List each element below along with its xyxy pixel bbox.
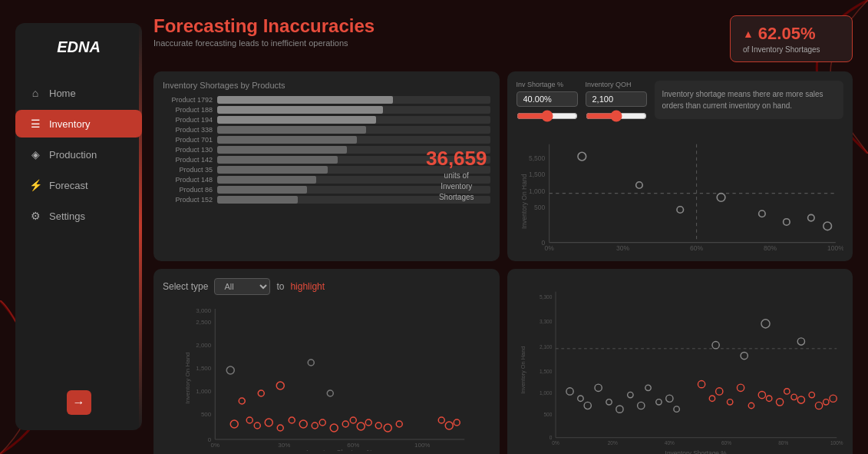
svg-point-90	[637, 403, 644, 409]
sidebar-item-inventory[interactable]: ☰ Inventory	[15, 110, 142, 138]
svg-point-108	[815, 403, 822, 409]
bar-label: Product 701	[163, 136, 213, 144]
svg-point-102	[766, 396, 771, 401]
svg-point-62	[438, 417, 444, 423]
inv-shortage-slider[interactable]	[517, 110, 578, 122]
bar-fill	[217, 176, 316, 184]
bar-label: Product 148	[163, 176, 213, 184]
header-text: Forecasting Inaccuracies Inaccurate fore…	[153, 15, 375, 48]
svg-point-87	[606, 399, 611, 405]
title-highlight: Inaccuracies	[263, 15, 375, 36]
svg-text:500: 500	[534, 204, 545, 211]
svg-point-94	[673, 406, 678, 412]
svg-point-93	[665, 395, 672, 402]
bar-row: Product 338	[163, 126, 490, 134]
sidebar-item-home[interactable]: ⌂ Home	[15, 79, 142, 107]
svg-point-88	[616, 406, 622, 413]
header: Forecasting Inaccuracies Inaccurate fore…	[153, 15, 853, 62]
svg-text:3,300: 3,300	[540, 320, 553, 325]
bar-label: Product 152	[163, 196, 213, 204]
bar-label: Product 130	[163, 146, 213, 154]
svg-point-57	[239, 398, 245, 404]
svg-point-59	[226, 366, 234, 374]
svg-point-40	[246, 417, 252, 423]
bar-label: Product 142	[163, 156, 213, 164]
svg-text:2,100: 2,100	[540, 344, 553, 350]
svg-point-107	[809, 393, 814, 398]
svg-text:1,000: 1,000	[529, 187, 546, 195]
bar-track	[217, 106, 490, 114]
inventory-qoh-slider[interactable]	[586, 110, 647, 122]
svg-point-15	[635, 182, 642, 189]
bar-row: Product 1792	[163, 96, 490, 104]
select-row: Select type All Type A Type B to highlig…	[163, 278, 490, 295]
home-icon: ⌂	[29, 87, 41, 99]
sidebar: EDNA ⌂ Home ☰ Inventory ◈ Production ⚡ F…	[15, 23, 142, 430]
svg-point-103	[776, 399, 783, 406]
alert-percent: ▲ 62.05%	[743, 24, 815, 44]
svg-point-110	[829, 395, 836, 402]
bar-label: Product 194	[163, 116, 213, 124]
svg-text:500: 500	[201, 411, 212, 418]
svg-point-20	[807, 214, 814, 221]
bar-track	[217, 116, 490, 124]
page-subtitle: Inaccurate forecasting leads to ineffici…	[153, 38, 375, 48]
svg-point-52	[365, 419, 371, 426]
inv-shortage-label: Inv Shortage %	[517, 81, 578, 88]
svg-point-14	[577, 152, 586, 161]
bar-track	[217, 126, 490, 134]
sidebar-item-production[interactable]: ◈ Production	[15, 141, 142, 168]
svg-text:40%: 40%	[664, 440, 674, 446]
top-scatter-svg: 0 500 1,000 1,500 5,500 0% 30% 60% 80% 1…	[517, 134, 844, 252]
logout-button[interactable]: →	[67, 390, 91, 415]
bar-track	[217, 96, 490, 104]
svg-point-46	[312, 423, 318, 429]
settings-icon: ⚙	[29, 210, 41, 222]
stat-overlay: 36,659 units ofInventoryShortages	[426, 146, 487, 202]
inventory-qoh-input[interactable]	[586, 91, 647, 107]
alert-card: ▲ 62.05% of Inventory Shortages	[730, 15, 853, 62]
svg-point-53	[375, 423, 381, 429]
svg-point-85	[577, 396, 583, 401]
info-box: Inventory shortage means there are more …	[655, 81, 844, 119]
svg-text:Inventory Shortage %: Inventory Shortage %	[665, 449, 727, 454]
svg-point-41	[254, 423, 260, 429]
svg-text:80%: 80%	[778, 440, 788, 446]
svg-point-104	[784, 389, 789, 394]
big-scatter-svg: 0 500 1,000 1,500 2,100 3,300 5,300 0% 2…	[517, 278, 844, 454]
svg-point-42	[265, 419, 272, 426]
svg-text:500: 500	[543, 412, 552, 417]
svg-point-95	[698, 381, 705, 388]
stat-number: 36,659	[426, 146, 487, 170]
select-scatter-svg: 0 500 1,000 1,500 2,000 2,500 3,000 0% 3…	[163, 301, 490, 451]
svg-point-48	[330, 424, 338, 432]
sidebar-label-production: Production	[49, 149, 97, 161]
svg-text:Inventory On Hand: Inventory On Hand	[520, 174, 527, 229]
inv-shortage-input[interactable]	[517, 91, 578, 107]
svg-text:Inventory On Hand: Inventory On Hand	[520, 346, 526, 394]
svg-text:60%: 60%	[347, 442, 359, 449]
svg-point-106	[797, 396, 804, 403]
svg-point-111	[761, 320, 769, 328]
svg-text:20%: 20%	[607, 440, 617, 446]
svg-point-61	[327, 390, 333, 396]
sidebar-item-forecast[interactable]: ⚡ Forecast	[15, 171, 142, 199]
select-type-panel: Select type All Type A Type B to highlig…	[153, 269, 500, 454]
type-select[interactable]: All Type A Type B	[214, 278, 270, 295]
alert-icon: ▲	[743, 28, 754, 40]
bar-track	[217, 136, 490, 144]
svg-point-112	[711, 342, 718, 349]
bar-row: Product 701	[163, 136, 490, 144]
bar-row: Product 188	[163, 106, 490, 114]
bar-fill	[217, 106, 383, 114]
svg-point-101	[758, 392, 765, 399]
svg-point-19	[783, 219, 790, 226]
bar-fill	[217, 156, 338, 164]
sidebar-item-settings[interactable]: ⚙ Settings	[15, 202, 142, 230]
production-icon: ◈	[29, 148, 41, 161]
svg-text:30%: 30%	[278, 442, 290, 449]
svg-point-96	[709, 396, 715, 401]
svg-text:100%: 100%	[830, 440, 843, 446]
svg-point-39	[230, 420, 238, 428]
svg-point-45	[299, 420, 307, 428]
